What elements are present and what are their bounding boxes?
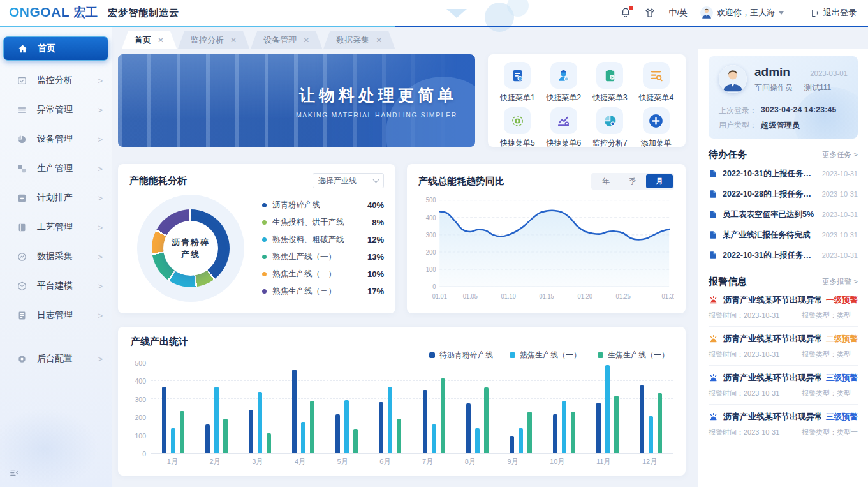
sidebar-item-数据采集[interactable]: 数据采集 >: [0, 242, 112, 271]
legend-name: 生焦投料、烘干产线: [272, 217, 372, 228]
bar[interactable]: [249, 410, 253, 453]
quick-menu-快捷菜单3[interactable]: 快捷菜单3: [587, 62, 633, 103]
bar[interactable]: [571, 412, 575, 453]
sidebar-item-日志管理[interactable]: 日志管理 >: [0, 301, 112, 330]
todo-item[interactable]: 某产业线汇报任务待完成 2023-10-31: [709, 225, 858, 245]
bar[interactable]: [432, 424, 436, 453]
language-toggle[interactable]: 中/英: [668, 7, 688, 19]
bar[interactable]: [353, 429, 358, 453]
sidebar-item-监控分析[interactable]: 监控分析 >: [0, 66, 112, 95]
bar[interactable]: [214, 387, 219, 453]
brand-logo[interactable]: ONGOAL 宏工: [9, 4, 98, 21]
hero-banner[interactable]: 让物料处理更简单 MAKING MATERIAL HANDLING SIMPLE…: [118, 54, 475, 147]
bar[interactable]: [614, 396, 619, 453]
x-tick-label: 11月: [596, 457, 610, 467]
bar[interactable]: [223, 419, 228, 453]
sidebar-item-后台配置[interactable]: 后台配置 >: [0, 344, 112, 373]
close-icon[interactable]: ✕: [303, 36, 309, 45]
bar[interactable]: [640, 385, 644, 453]
tab-设备管理[interactable]: 设备管理✕: [251, 31, 322, 49]
bar[interactable]: [171, 428, 175, 453]
bar[interactable]: [423, 390, 427, 453]
sidebar-item-设备管理[interactable]: 设备管理 >: [0, 124, 112, 154]
bar[interactable]: [519, 428, 523, 453]
todo-item[interactable]: 2022-10-31的上报任务未完成 2023-10-31: [709, 163, 858, 184]
bar[interactable]: [205, 424, 210, 453]
platform-cube-icon: [17, 280, 28, 292]
tab-label: 首页: [135, 34, 151, 46]
sidebar-item-生产管理[interactable]: 生产管理 >: [0, 154, 112, 183]
legend-name: 熟焦投料、粗破产线: [272, 234, 367, 245]
bar[interactable]: [267, 433, 271, 453]
quick-menu-快捷菜单4[interactable]: 快捷菜单4: [633, 62, 680, 103]
more-tasks-link[interactable]: 更多任务 >: [822, 150, 858, 160]
logout-button[interactable]: 退出登录: [810, 7, 857, 19]
bar[interactable]: [658, 393, 662, 453]
chevron-down-icon: [779, 11, 784, 15]
bar[interactable]: [510, 436, 514, 453]
todo-item[interactable]: 员工表表空值率已达到5% 2023-10-31: [709, 204, 858, 225]
chevron-right-icon: >: [98, 164, 103, 174]
legend-item[interactable]: 生焦生产线（一）: [598, 350, 669, 361]
bar[interactable]: [180, 411, 184, 453]
sidebar-collapse-icon[interactable]: [9, 467, 20, 481]
svg-text:01.10: 01.10: [501, 293, 517, 301]
bar[interactable]: [258, 392, 262, 453]
quick-menu-快捷菜单1[interactable]: 快捷菜单1: [494, 62, 541, 103]
bar[interactable]: [527, 412, 532, 453]
bar[interactable]: [562, 401, 566, 453]
quick-menu-快捷菜单6[interactable]: 快捷菜单6: [541, 107, 587, 149]
todo-item[interactable]: 2022-10-31的上报任务未完成 2023-10-31: [709, 245, 858, 266]
quick-menu-监控分析7[interactable]: 监控分析7: [587, 107, 633, 149]
legend-swatch: [429, 352, 435, 358]
production-line-select[interactable]: 选择产业线: [313, 173, 384, 188]
tab-数据采集[interactable]: 数据采集✕: [323, 31, 395, 49]
close-icon[interactable]: ✕: [158, 36, 164, 45]
toggle-年[interactable]: 年: [592, 174, 619, 188]
toggle-月[interactable]: 月: [646, 174, 673, 188]
bar[interactable]: [292, 370, 297, 453]
more-alarms-link[interactable]: 更多报警 >: [822, 277, 858, 287]
bar[interactable]: [596, 403, 601, 453]
theme-shirt-icon[interactable]: [644, 7, 656, 19]
bar[interactable]: [475, 428, 480, 453]
sidebar-item-工艺管理[interactable]: 工艺管理 >: [0, 213, 112, 242]
bar[interactable]: [649, 416, 653, 453]
bar[interactable]: [335, 414, 340, 453]
alarm-item[interactable]: 沥青产业线某环节出现异常 三级预警 报警时间：2023-10-31 报警类型：类…: [709, 405, 858, 443]
bar[interactable]: [466, 403, 471, 453]
sidebar-item-计划排产[interactable]: 计划排产 >: [0, 183, 112, 213]
todo-item[interactable]: 2022-10-28的上报任务未完成 2023-10-31: [709, 184, 858, 204]
quick-menu-快捷菜单5[interactable]: 快捷菜单5: [494, 107, 541, 149]
bar[interactable]: [162, 387, 166, 453]
notification-bell-icon[interactable]: [620, 7, 631, 19]
bar[interactable]: [310, 401, 314, 453]
bar[interactable]: [484, 387, 489, 453]
sidebar-item-平台建模[interactable]: 平台建模 >: [0, 271, 112, 301]
bar[interactable]: [553, 414, 557, 453]
close-icon[interactable]: ✕: [376, 36, 382, 45]
tab-首页[interactable]: 首页✕: [122, 31, 177, 49]
bar[interactable]: [441, 378, 445, 453]
sidebar-item-异常管理[interactable]: 异常管理 >: [0, 95, 112, 124]
quick-menu-快捷菜单2[interactable]: 快捷菜单2: [541, 62, 587, 103]
bar[interactable]: [397, 419, 401, 453]
sidebar-item-首页[interactable]: 首页: [3, 36, 108, 61]
quick-menu-添加菜单[interactable]: 添加菜单: [633, 107, 680, 149]
bar[interactable]: [388, 387, 392, 453]
tab-监控分析[interactable]: 监控分析✕: [178, 31, 249, 49]
alarm-item[interactable]: 沥青产业线某环节出现异常 一级预警 报警时间：2023-10-31 报警类型：类…: [709, 288, 858, 327]
alarm-item[interactable]: 沥青产业线某环节出现异常 二级预警 报警时间：2023-10-31 报警类型：类…: [709, 327, 858, 366]
bar[interactable]: [301, 422, 305, 453]
x-tick-label: 5月: [337, 457, 348, 467]
alarm-item[interactable]: 沥青产业线某环节出现异常 三级预警 报警时间：2023-10-31 报警类型：类…: [709, 366, 858, 405]
toggle-季[interactable]: 季: [619, 174, 646, 188]
bar[interactable]: [344, 400, 349, 453]
bar[interactable]: [379, 402, 383, 453]
legend-item[interactable]: 熟焦生产线（一）: [510, 350, 581, 361]
user-menu[interactable]: 欢迎你，王大海: [700, 6, 784, 19]
close-icon[interactable]: ✕: [230, 36, 237, 45]
legend-item[interactable]: 待沥青粉碎产线: [429, 350, 493, 361]
bar[interactable]: [605, 365, 610, 453]
legend-name: 生焦生产线（一）: [608, 350, 669, 361]
